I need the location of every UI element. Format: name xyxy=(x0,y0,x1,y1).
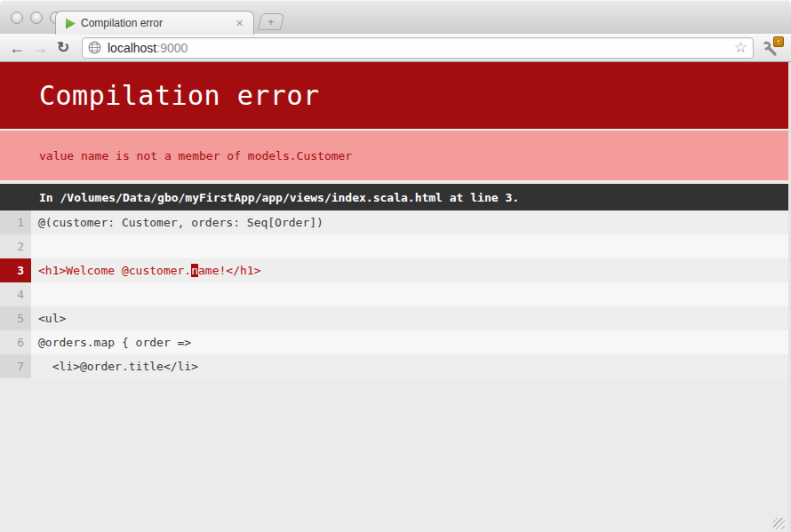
tab-compilation-error[interactable]: Compilation error × xyxy=(55,11,254,35)
error-page: Compilation error value name is not a me… xyxy=(0,62,791,532)
line-number: 1 xyxy=(0,210,31,234)
back-button[interactable]: ← xyxy=(5,38,28,58)
code-text: <li>@order.title</li> xyxy=(31,360,198,373)
globe-icon xyxy=(88,41,101,54)
line-number: 4 xyxy=(0,282,31,306)
minimize-window-button[interactable] xyxy=(30,12,43,24)
wrench-menu-button[interactable]: ↑ xyxy=(761,36,784,60)
url-text[interactable]: localhost:9000 xyxy=(108,41,734,55)
line-number: 7 xyxy=(0,354,31,378)
line-number: 2 xyxy=(0,234,31,258)
code-line: 2 xyxy=(0,234,788,258)
update-badge: ↑ xyxy=(773,36,784,47)
resize-grip[interactable] xyxy=(773,518,785,529)
line-number: 3 xyxy=(0,258,31,282)
url-port: :9000 xyxy=(156,41,188,55)
code-text xyxy=(31,240,38,253)
code-line: 4 xyxy=(0,282,788,306)
code-listing: 1 @(customer: Customer, orders: Seq[Orde… xyxy=(0,210,788,378)
close-window-button[interactable] xyxy=(11,12,23,24)
error-message: value name is not a member of models.Cus… xyxy=(39,149,352,163)
code-line: 3 <h1>Welcome @customer.name!</h1> xyxy=(0,258,788,282)
error-detail: value name is not a member of models.Cus… xyxy=(0,131,788,180)
tab-strip: Compilation error × + xyxy=(0,0,791,34)
line-number: 5 xyxy=(0,306,31,330)
code-line: 5 <ul> xyxy=(0,306,788,330)
new-tab-button[interactable]: + xyxy=(258,13,285,30)
tab-title: Compilation error xyxy=(81,17,233,29)
code-text: <ul> xyxy=(31,312,66,325)
error-location: In /Volumes/Data/gbo/myFirstApp/app/view… xyxy=(39,191,519,204)
code-line: 7 <li>@order.title</li> xyxy=(0,354,788,378)
code-line: 6 @orders.map { order => xyxy=(0,330,788,354)
address-bar[interactable]: localhost:9000 ☆ xyxy=(82,37,754,59)
error-banner: Compilation error xyxy=(0,62,788,129)
forward-button[interactable]: → xyxy=(28,38,52,58)
bookmark-star-icon[interactable]: ☆ xyxy=(734,40,747,55)
code-text: @(customer: Customer, orders: Seq[Order]… xyxy=(31,216,324,229)
page-title: Compilation error xyxy=(39,80,320,111)
code-text: @orders.map { order => xyxy=(31,336,191,349)
error-marker: n xyxy=(191,264,198,277)
tab-close-icon[interactable]: × xyxy=(233,17,246,29)
url-host: localhost xyxy=(108,41,156,55)
error-path-bar: In /Volumes/Data/gbo/myFirstApp/app/view… xyxy=(0,184,788,210)
reload-button[interactable]: ↻ xyxy=(52,38,75,58)
code-line: 1 @(customer: Customer, orders: Seq[Orde… xyxy=(0,210,788,234)
plus-icon: + xyxy=(268,16,275,28)
code-text: <h1>Welcome @customer.name!</h1> xyxy=(31,264,260,277)
browser-toolbar: ← → ↻ localhost:9000 ☆ ↑ xyxy=(0,34,791,62)
code-text xyxy=(31,288,38,301)
play-framework-icon xyxy=(65,18,76,29)
line-number: 6 xyxy=(0,330,31,354)
browser-window: Compilation error × + ← → ↻ localhost:90… xyxy=(0,0,791,532)
